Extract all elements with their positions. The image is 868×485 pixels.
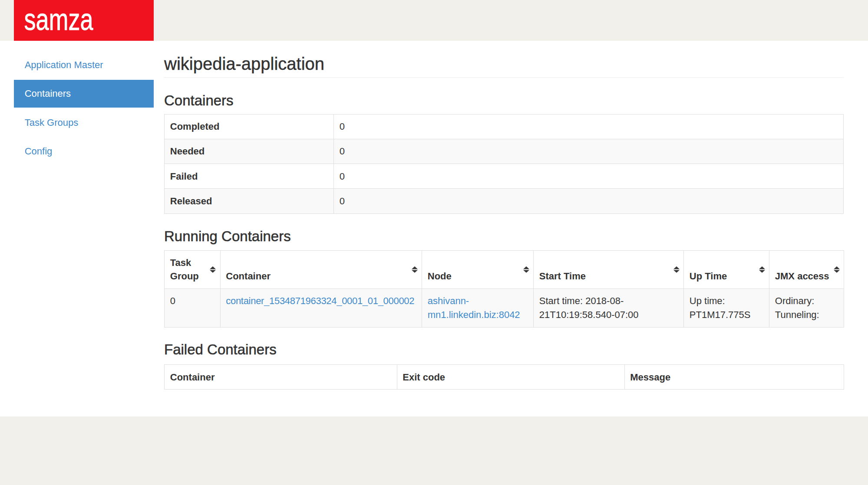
svg-text:samza: samza xyxy=(24,2,93,36)
